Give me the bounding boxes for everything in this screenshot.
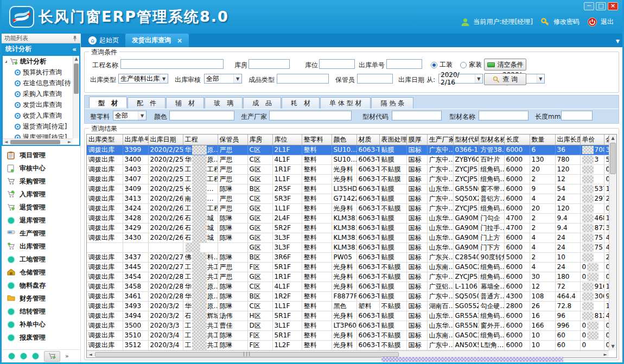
column-header-工程[interactable]: 工程 xyxy=(183,135,218,145)
column-header-出库类型[interactable]: 出库类型 xyxy=(87,135,123,145)
audit-combo[interactable]: 全部▼ xyxy=(204,74,242,84)
tree-vscrollbar[interactable]: ▲ xyxy=(73,56,79,138)
tree-item-采购入库查询[interactable]: 采购入库查询 xyxy=(3,88,73,99)
sidebar-module-退库管理[interactable]: 退库管理 xyxy=(2,214,80,227)
sidebar-module-报废管理[interactable]: 报废管理 xyxy=(2,331,80,344)
table-row[interactable]: 调拨出库35122020/3/4工共工程陈琳F区1L2F整料光身料6063-T5… xyxy=(87,340,617,350)
column-header-单价[interactable]: 单价 xyxy=(580,135,604,145)
column-header-生产厂家[interactable]: 生产厂家 xyxy=(427,135,453,145)
sidebar-module-出库管理[interactable]: 出库管理 xyxy=(2,240,80,253)
length-input[interactable] xyxy=(561,111,593,120)
table-row[interactable]: 调拨出库34582020/2/28华原…陈琳C区4L1F整料光身料6063-T5… xyxy=(87,282,617,291)
tree-vscroll-thumb[interactable] xyxy=(74,63,79,94)
material-tab-成品[interactable]: 成 品 xyxy=(243,97,281,108)
sidebar-module-审核中心[interactable]: 审核中心 xyxy=(2,162,80,175)
table-row[interactable]: 调拨出库34372020/2/27佛料…陈琳B区3R6F整料PW056063-T… xyxy=(87,252,617,262)
order-no-input[interactable] xyxy=(386,59,422,69)
column-header-保管员[interactable]: 保管员 xyxy=(218,135,247,145)
column-header-库房[interactable]: 库房 xyxy=(247,135,272,145)
maximize-button[interactable]: □ xyxy=(596,2,606,10)
tree-item-在途信息查询[待[interactable]: 在途信息查询[待 xyxy=(3,78,73,88)
radio-gongzhuang[interactable]: 工装 xyxy=(431,60,453,69)
table-row[interactable]: 调拨出库34132020/2/26南…严思C区5R3F整料G714226063-… xyxy=(87,194,617,203)
sidebar-section-header[interactable]: 统计分析 xyxy=(5,44,31,54)
table-row[interactable]: 调拨出库35102020/3/4工共工程陈琳F区5R1F整料光身料6063-T5… xyxy=(87,330,617,340)
tree-item-收货入库查询[interactable]: 收货入库查询 xyxy=(3,110,73,121)
table-row[interactable]: 调拨出库34292020/2/26石城陈琳G区5R2F整料KLM38176063… xyxy=(87,223,617,233)
module-dot-icon[interactable] xyxy=(32,353,39,360)
material-tab-配件[interactable]: 配 件 xyxy=(128,97,165,108)
close-button[interactable]: × xyxy=(608,2,618,10)
radio-jiazhuang[interactable]: 家装 xyxy=(460,60,482,69)
column-header-型材名称[interactable]: 型材名称 xyxy=(479,135,504,145)
column-header-长度[interactable]: 长度 xyxy=(504,135,530,145)
collapse-icon[interactable]: « xyxy=(72,46,77,53)
table-row[interactable]: 调拨出库34282020/2/26石城陈琳G区2L4F整料KLM38176063… xyxy=(87,213,617,223)
column-header-库位[interactable]: 库位 xyxy=(272,135,302,145)
change-password-link[interactable]: 修改密码 xyxy=(553,17,580,27)
sidebar-module-财务管理[interactable]: 财务管理 xyxy=(2,292,80,305)
column-header-出库日期[interactable]: 出库日期 xyxy=(148,135,183,145)
sidebar-module-补单中心[interactable]: 补单中心 xyxy=(2,318,80,331)
profile-code-input[interactable] xyxy=(392,111,442,120)
product-type-input[interactable] xyxy=(277,74,329,84)
table-row[interactable]: 调拨出库34302020/2/26石城陈琳G区3L3F整料KLM38176063… xyxy=(87,233,617,242)
more-chevron[interactable]: » xyxy=(65,353,69,360)
table-row[interactable]: 调拨出库34092020/2/25长…陈琳B区2R5F整料LI35HD6063-… xyxy=(87,184,617,194)
material-tab-玻璃[interactable]: 玻 璃 xyxy=(205,97,243,108)
tab-起始页[interactable]: ⌂起始页 xyxy=(82,34,125,47)
material-tab-辅材[interactable]: 辅 材 xyxy=(166,97,204,108)
tree-item-退库管理[待定][interactable]: 退库管理[待定] xyxy=(3,132,73,138)
logout-button[interactable]: 退出 xyxy=(601,17,614,27)
column-header-数量[interactable]: 数量 xyxy=(530,135,555,145)
whole-part-combo[interactable]: 全部▼ xyxy=(113,111,147,120)
column-header-型材代码[interactable]: 型材代码 xyxy=(453,135,479,145)
material-tab-隔热条[interactable]: 隔 热 条 xyxy=(371,97,413,108)
tree-item-退货查询[待定][interactable]: 退货查询[待定] xyxy=(3,121,73,132)
table-row[interactable]: G区3L3F整料KLM38176063-T5贴膜国标山东华…GA90M09…门下… xyxy=(87,242,617,252)
tree-item-发货出库查询[interactable]: 发货出库查询 xyxy=(3,99,73,110)
column-header-整零料[interactable]: 整零料 xyxy=(302,135,332,145)
sidebar-module-物料盘存[interactable]: 物料盘存 xyxy=(2,279,80,292)
table-row[interactable]: 调拨出库34942020/3/2石辉城汤伟H区5R1F整料光身料6063-T5贴… xyxy=(87,311,617,321)
sidebar-module-仓储管理[interactable]: 仓储管理 xyxy=(2,266,80,279)
tab-close-icon[interactable]: × xyxy=(177,37,182,44)
tab-list-dropdown-icon[interactable]: ▼ xyxy=(616,39,620,44)
sidebar-module-生产管理[interactable]: 生产管理 xyxy=(2,227,80,240)
date-from-picker[interactable]: 2020/ 2/16▼ xyxy=(438,74,483,84)
project-name-input[interactable] xyxy=(120,59,224,69)
column-header-材质[interactable]: 材质 xyxy=(356,135,379,145)
table-row[interactable]: 调拨出库35002020/3/3工共工程曹佳D区3L1F整料LT3P606063… xyxy=(87,321,617,330)
grid-vscroll-thumb[interactable] xyxy=(610,143,616,174)
clear-conditions-button[interactable]: 清空条件 xyxy=(484,59,526,71)
module-dot-icon[interactable] xyxy=(20,353,27,360)
table-row[interactable]: 调拨出库34072020/2/25工工程严思G区1L1F整料光身料6063-T5… xyxy=(87,174,617,184)
material-tab-型材[interactable]: 型 材 xyxy=(89,97,127,108)
tab-发货出库查询[interactable]: 发货出库查询× xyxy=(125,34,189,47)
search-button[interactable]: 查 询 xyxy=(484,73,526,85)
tree-hscroll-thumb[interactable] xyxy=(10,140,60,144)
grid-vscrollbar[interactable]: ▲▼ xyxy=(609,135,616,350)
table-row[interactable]: 调拨出库34542020/2/28工共工程严思G区1R1F整料光身料6063-T… xyxy=(87,272,617,282)
table-row[interactable]: 调拨出库34932020/3/2华原…陈琳C区1L1F整料黑色塑料不贴膜国标湖南… xyxy=(87,301,617,311)
pin-icon[interactable] xyxy=(72,35,78,41)
sidebar-module-结转管理[interactable]: 结转管理 xyxy=(2,305,80,318)
table-row[interactable]: 调拨出库34242020/2/26工工程严思G区1L1F整料光身料6063-T5… xyxy=(87,203,617,213)
sidebar-module-入库管理[interactable]: 入库管理 xyxy=(2,188,80,201)
table-row[interactable]: 调拨出库34032020/2/25工工程严思G区1R1F整料光身料6063-T5… xyxy=(87,164,617,174)
column-header-出库长度[interactable]: 出库长度 xyxy=(555,135,580,145)
module-dot-icon[interactable] xyxy=(8,353,15,360)
expand-icon[interactable] xyxy=(5,60,7,63)
profile-name-input[interactable] xyxy=(479,111,529,120)
tree-hscrollbar[interactable]: ◄► xyxy=(3,138,73,145)
table-row[interactable]: 调拨出库34452020/2/27工共工程严思F区5R1F整料光身料6063-T… xyxy=(87,262,617,272)
warehouse-input[interactable] xyxy=(249,59,290,69)
column-header-膜厚[interactable]: 膜厚 xyxy=(406,135,427,145)
sidebar-module-工地管理[interactable]: 工地管理 xyxy=(2,253,80,266)
table-row[interactable]: 调拨出库34002020/2/25华原…严思C区4L1F整料SU10…6063-… xyxy=(87,155,617,164)
tree-root-item[interactable]: 统计分析 xyxy=(3,56,73,67)
column-header-表面处理[interactable]: 表面处理 xyxy=(379,135,406,145)
color-input[interactable] xyxy=(169,111,234,120)
column-header-颜色[interactable]: 颜色 xyxy=(332,135,356,145)
sidebar-module-退货管理[interactable]: 退货管理 xyxy=(2,201,80,214)
